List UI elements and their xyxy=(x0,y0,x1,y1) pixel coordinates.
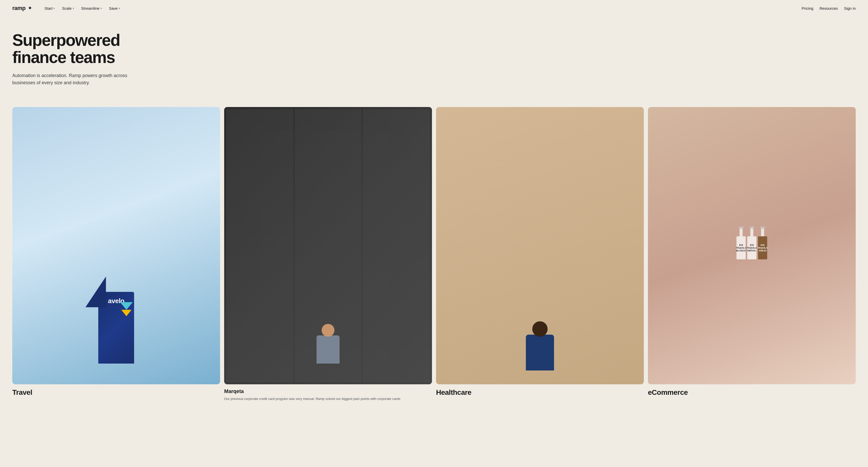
nav-link-scale[interactable]: Scale ▾ xyxy=(59,4,77,12)
cards-section: avelo Travel Marqeta Our previous corpor… xyxy=(0,97,868,417)
bottle-1: 818 TEQUILA BLANCO xyxy=(737,227,746,259)
tail-fin xyxy=(86,276,106,307)
nav-scale-label: Scale xyxy=(62,6,72,10)
nav-signin-link[interactable]: Sign in xyxy=(844,6,856,10)
nav-start-label: Start xyxy=(44,6,53,10)
healthcare-head xyxy=(532,321,548,337)
hero-section: Superpowered finance teams Automation is… xyxy=(0,17,179,97)
hero-subtitle: Automation is acceleration. Ramp powers … xyxy=(12,72,135,87)
chevron-down-icon: ▾ xyxy=(73,7,74,10)
bottle-cap-1 xyxy=(739,227,743,229)
server-rack-2 xyxy=(294,109,362,382)
tail-chevron2 xyxy=(121,310,131,316)
marqeta-card-image xyxy=(224,107,432,384)
bottle-neck-1 xyxy=(740,229,743,236)
ecommerce-card-image: 818 TEQUILA BLANCO 818 TEQUILA REPOS. 81… xyxy=(648,107,856,384)
chevron-down-icon: ▾ xyxy=(54,7,55,10)
server-rack-3 xyxy=(363,109,430,382)
healthcare-body xyxy=(526,334,554,371)
chevron-down-icon: ▾ xyxy=(100,7,102,10)
travel-card-image: avelo xyxy=(12,107,220,384)
marqeta-description: Our previous corporate credit card progr… xyxy=(224,396,432,402)
airplane-tail-graphic: avelo xyxy=(28,128,205,363)
bottle-body-3: 818 TEQUILA ANEJO xyxy=(758,236,767,259)
bottle-neck-3 xyxy=(761,229,764,236)
healthcare-person xyxy=(457,121,623,370)
healthcare-card-content: Healthcare xyxy=(436,384,644,397)
chevron-down-icon: ▾ xyxy=(119,7,120,10)
hero-title: Superpowered finance teams xyxy=(12,32,167,66)
marqeta-card-content: Marqeta Our previous corporate credit ca… xyxy=(224,384,432,402)
marqeta-company: Marqeta xyxy=(224,388,432,394)
server-racks xyxy=(224,107,432,384)
travel-label: Travel xyxy=(12,388,220,397)
nav-streamline-label: Streamline xyxy=(81,6,99,10)
tail-body: avelo xyxy=(98,292,134,363)
logo[interactable]: ramp ✦ xyxy=(12,5,32,11)
ecommerce-card-content: eCommerce xyxy=(648,384,856,397)
bottle-cap-3 xyxy=(760,227,765,229)
card-travel[interactable]: avelo Travel xyxy=(12,107,220,397)
nav-links: Start ▾ Scale ▾ Streamline ▾ Save ▾ xyxy=(41,4,123,12)
bottle-neck-2 xyxy=(750,229,753,236)
nav-link-start[interactable]: Start ▾ xyxy=(41,4,58,12)
bottle-3: 818 TEQUILA ANEJO xyxy=(758,227,767,259)
nav-resources-link[interactable]: Resources xyxy=(819,6,838,10)
bottle-body-1: 818 TEQUILA BLANCO xyxy=(737,236,746,259)
nav-link-streamline[interactable]: Streamline ▾ xyxy=(78,4,105,12)
logo-text: ramp xyxy=(12,5,26,11)
nav-pricing-link[interactable]: Pricing xyxy=(802,6,813,10)
server-rack-1 xyxy=(226,109,293,382)
card-ecommerce[interactable]: 818 TEQUILA BLANCO 818 TEQUILA REPOS. 81… xyxy=(648,107,856,397)
nav-link-save[interactable]: Save ▾ xyxy=(106,4,123,12)
nav-left: ramp ✦ Start ▾ Scale ▾ Streamline ▾ Save… xyxy=(12,4,123,12)
card-healthcare[interactable]: Healthcare xyxy=(436,107,644,397)
ecommerce-label: eCommerce xyxy=(648,388,856,397)
healthcare-card-image xyxy=(436,107,644,384)
tail-chevron1 xyxy=(120,302,133,310)
bottle-body-2: 818 TEQUILA REPOS. xyxy=(747,236,756,259)
logo-icon: ✦ xyxy=(28,5,32,11)
healthcare-label: Healthcare xyxy=(436,388,644,397)
bottles-container: 818 TEQUILA BLANCO 818 TEQUILA REPOS. 81… xyxy=(737,227,767,264)
card-marqeta[interactable]: Marqeta Our previous corporate credit ca… xyxy=(224,107,432,402)
person-head xyxy=(322,324,335,337)
navigation: ramp ✦ Start ▾ Scale ▾ Streamline ▾ Save… xyxy=(0,0,868,17)
travel-card-content: Travel xyxy=(12,384,220,397)
bottle-cap-2 xyxy=(749,227,754,229)
bottle-2: 818 TEQUILA REPOS. xyxy=(747,227,756,259)
nav-right: Pricing Resources Sign in xyxy=(802,6,856,10)
nav-save-label: Save xyxy=(109,6,118,10)
